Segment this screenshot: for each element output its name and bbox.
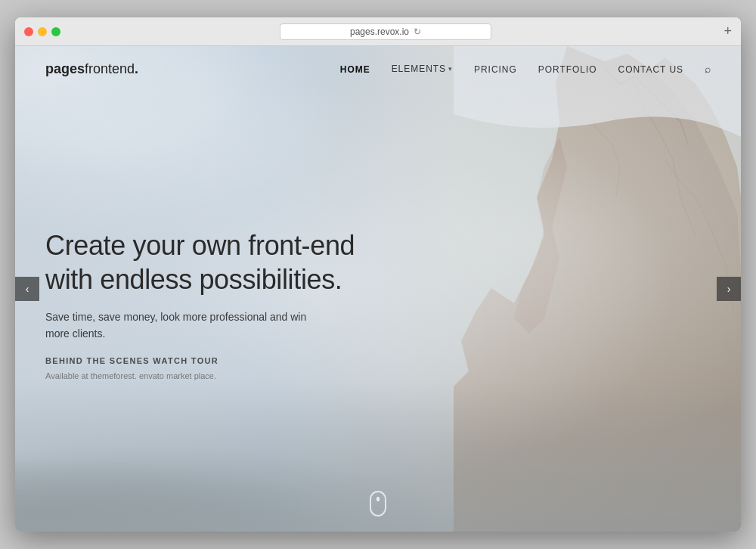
- nav-item-contact[interactable]: CONTACT US: [618, 62, 684, 76]
- hero-subtitle: Save time, save money, look more profess…: [45, 309, 333, 343]
- website-viewport: pagesfrontend. HOME ELEMENTS ▾ PRICING P…: [15, 46, 741, 532]
- traffic-lights: [24, 27, 60, 36]
- chevron-left-icon: ‹: [26, 283, 29, 295]
- new-tab-button[interactable]: +: [723, 23, 732, 39]
- url-text: pages.revox.io: [350, 26, 409, 37]
- main-navigation: pagesfrontend. HOME ELEMENTS ▾ PRICING P…: [15, 46, 741, 92]
- nav-search[interactable]: ⌕: [705, 62, 711, 76]
- url-bar[interactable]: pages.revox.io ↻: [280, 23, 491, 40]
- nav-item-pricing[interactable]: PRICING: [474, 62, 517, 76]
- reload-icon[interactable]: ↻: [414, 26, 421, 37]
- scroll-oval: [370, 491, 386, 516]
- nav-item-elements[interactable]: ELEMENTS ▾: [392, 64, 453, 74]
- chevron-right-icon: ›: [727, 283, 731, 295]
- site-logo[interactable]: pagesfrontend.: [45, 61, 138, 77]
- close-button[interactable]: [24, 27, 33, 36]
- nav-link-contact[interactable]: CONTACT US: [618, 64, 684, 75]
- nav-item-portfolio[interactable]: PORTFOLIO: [538, 62, 597, 76]
- nav-link-elements[interactable]: ELEMENTS ▾: [392, 64, 453, 74]
- logo-dot: .: [135, 61, 138, 76]
- logo-pages-text: pages: [45, 61, 85, 76]
- nav-link-pricing[interactable]: PRICING: [474, 64, 517, 75]
- search-icon[interactable]: ⌕: [705, 63, 711, 75]
- maximize-button[interactable]: [51, 27, 60, 36]
- nav-link-portfolio[interactable]: PORTFOLIO: [538, 64, 597, 75]
- slider-prev-button[interactable]: ‹: [15, 277, 39, 301]
- hero-title: Create your own front-endwith endless po…: [45, 228, 355, 296]
- logo-frontend-text: frontend: [85, 61, 135, 76]
- slider-next-button[interactable]: ›: [717, 277, 741, 301]
- nav-item-home[interactable]: HOME: [340, 62, 370, 76]
- scroll-dot: [376, 497, 380, 501]
- address-bar: pages.revox.io ↻: [70, 23, 702, 40]
- nav-links-list: HOME ELEMENTS ▾ PRICING PORTFOLIO CONTAC…: [340, 62, 711, 76]
- scroll-indicator: [370, 491, 386, 516]
- chevron-down-icon: ▾: [448, 65, 453, 73]
- hero-cta-label[interactable]: BEHIND THE SCENES WATCH TOUR: [45, 355, 355, 364]
- minimize-button[interactable]: [38, 27, 47, 36]
- browser-window: pages.revox.io ↻ +: [15, 17, 741, 532]
- hero-available-text: Available at themeforest. envato market …: [45, 371, 355, 380]
- hero-content: Create your own front-endwith endless po…: [45, 228, 355, 380]
- browser-chrome: pages.revox.io ↻ +: [15, 17, 741, 46]
- browser-actions: +: [702, 23, 732, 39]
- nav-link-home[interactable]: HOME: [340, 64, 370, 75]
